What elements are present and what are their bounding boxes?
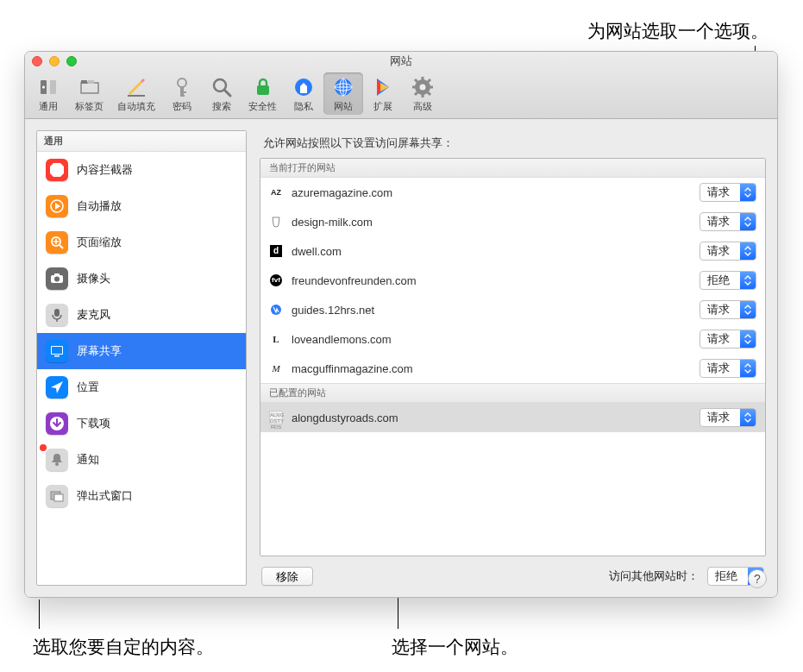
window-body: 通用 内容拦截器自动播放页面缩放摄像头麦克风屏幕共享位置下载项通知弹出式窗口 允… xyxy=(25,119,777,597)
sidebar-item-label: 弹出式窗口 xyxy=(77,488,133,504)
svg-line-29 xyxy=(415,92,417,95)
site-row[interactable]: ALNGDSTYRDSalongdustyroads.com请求 xyxy=(260,403,765,432)
help-button[interactable]: ? xyxy=(748,569,767,588)
favicon-icon: d xyxy=(269,244,283,258)
toolbar-security[interactable]: 安全性 xyxy=(242,72,284,115)
svg-line-26 xyxy=(415,79,417,82)
sidebar-item-popups[interactable]: 弹出式窗口 xyxy=(37,478,246,514)
site-row[interactable]: ddwell.com请求 xyxy=(260,236,765,266)
site-option-select[interactable]: 拒绝 xyxy=(699,271,756,290)
site-name: azuremagazine.com xyxy=(292,186,691,199)
sidebar-item-label: 页面缩放 xyxy=(77,235,122,250)
favicon-icon: AZ xyxy=(269,185,283,199)
toolbar-advanced[interactable]: 高级 xyxy=(403,72,442,115)
sidebar-item-label: 麦克风 xyxy=(77,307,110,323)
svg-rect-6 xyxy=(128,95,145,97)
toolbar-passwords[interactable]: 密码 xyxy=(162,72,202,115)
favicon-icon: ALNGDSTYRDS xyxy=(269,411,283,424)
site-name: design-milk.com xyxy=(292,216,691,229)
favicon-icon: M xyxy=(269,361,283,375)
svg-rect-39 xyxy=(54,309,60,317)
sidebar-item-label: 下载项 xyxy=(77,416,110,431)
svg-line-33 xyxy=(60,245,63,248)
window-title: 网站 xyxy=(25,53,777,69)
site-option-select[interactable]: 请求 xyxy=(699,330,756,349)
toolbar-label: 扩展 xyxy=(373,100,392,113)
sidebar-item-location[interactable]: 位置 xyxy=(37,369,246,405)
site-name: freundevonfreunden.com xyxy=(292,274,691,287)
site-name: dwell.com xyxy=(292,245,691,258)
site-option-select[interactable]: 请求 xyxy=(699,242,756,261)
sidebar-item-notifications[interactable]: 通知 xyxy=(37,442,246,478)
toolbar-label: 标签页 xyxy=(75,100,104,113)
websites-icon xyxy=(330,74,356,100)
main-panel: 允许网站按照以下设置访问屏幕共享： 当前打开的网站 AZazuremagazin… xyxy=(260,130,766,586)
svg-rect-13 xyxy=(257,85,269,95)
svg-rect-9 xyxy=(180,91,186,93)
passwords-icon xyxy=(169,74,195,100)
sidebar-item-camera[interactable]: 摄像头 xyxy=(37,261,246,297)
content-blockers-icon xyxy=(46,159,68,181)
sidebar-item-label: 通知 xyxy=(77,452,99,468)
toolbar: 通用标签页自动填充密码搜索安全性隐私网站扩展高级 xyxy=(25,71,777,119)
site-row[interactable]: AZazuremagazine.com请求 xyxy=(260,178,765,207)
callout-bottom-right: 选择一个网站。 xyxy=(392,635,518,659)
svg-rect-42 xyxy=(52,347,62,354)
site-option-select[interactable]: 请求 xyxy=(699,183,756,202)
site-name: alongdustyroads.com xyxy=(292,411,691,424)
toolbar-label: 安全性 xyxy=(248,100,277,113)
advanced-icon xyxy=(410,74,436,100)
callout-top: 为网站选取一个选项。 xyxy=(587,19,768,43)
site-row[interactable]: Lloveandlemons.com请求 xyxy=(260,324,765,354)
svg-line-28 xyxy=(428,79,430,82)
site-option-select[interactable]: 请求 xyxy=(699,212,756,231)
sidebar-item-downloads[interactable]: 下载项 xyxy=(37,405,246,442)
svg-point-45 xyxy=(55,462,59,466)
sidebar-item-autoplay[interactable]: 自动播放 xyxy=(37,188,246,224)
remove-button[interactable]: 移除 xyxy=(261,567,313,586)
svg-point-2 xyxy=(42,86,45,89)
toolbar-extensions[interactable]: 扩展 xyxy=(363,72,403,115)
toolbar-privacy[interactable]: 隐私 xyxy=(284,72,323,115)
toolbar-label: 通用 xyxy=(39,100,58,113)
site-option-select[interactable]: 请求 xyxy=(699,408,756,427)
favicon-icon xyxy=(269,215,283,229)
site-row[interactable]: guides.12hrs.net请求 xyxy=(260,295,765,324)
callout-line-bl xyxy=(39,600,40,629)
sidebar-item-screenshare[interactable]: 屏幕共享 xyxy=(37,333,246,369)
sidebar-item-content-blockers[interactable]: 内容拦截器 xyxy=(37,152,246,188)
chevron-updown-icon xyxy=(740,330,756,348)
site-option-select[interactable]: 请求 xyxy=(699,300,756,319)
sidebar-item-microphone[interactable]: 麦克风 xyxy=(37,297,246,333)
general-icon xyxy=(35,74,61,100)
site-row[interactable]: fvffreundevonfreunden.com拒绝 xyxy=(260,266,765,295)
open-sites-container: AZazuremagazine.com请求design-milk.com请求dd… xyxy=(260,178,765,383)
website-listbox: 当前打开的网站 AZazuremagazine.com请求design-milk… xyxy=(260,158,766,556)
toolbar-tabs[interactable]: 标签页 xyxy=(68,72,110,115)
toolbar-autofill[interactable]: 自动填充 xyxy=(110,72,162,115)
main-description: 允许网站按照以下设置访问屏幕共享： xyxy=(260,130,766,158)
security-icon xyxy=(250,74,276,100)
titlebar: 网站 xyxy=(25,52,777,71)
screenshare-icon xyxy=(46,340,68,362)
downloads-icon xyxy=(46,412,68,435)
favicon-icon: fvf xyxy=(269,273,283,287)
svg-rect-4 xyxy=(81,80,87,84)
sidebar-item-zoom[interactable]: 页面缩放 xyxy=(37,224,246,261)
site-option-select[interactable]: 请求 xyxy=(699,359,756,378)
toolbar-label: 密码 xyxy=(173,100,191,113)
site-row[interactable]: design-milk.com请求 xyxy=(260,207,765,236)
tabs-icon xyxy=(77,74,103,100)
chevron-updown-icon xyxy=(740,301,756,318)
toolbar-label: 隐私 xyxy=(294,100,313,113)
toolbar-label: 搜索 xyxy=(212,100,231,113)
popups-icon xyxy=(46,485,68,507)
microphone-icon xyxy=(46,304,68,326)
toolbar-websites[interactable]: 网站 xyxy=(323,72,363,115)
site-row[interactable]: Mmacguffinmagazine.com请求 xyxy=(260,354,765,383)
toolbar-general[interactable]: 通用 xyxy=(28,72,68,115)
toolbar-search[interactable]: 搜索 xyxy=(202,72,242,115)
chevron-updown-icon xyxy=(740,242,756,260)
svg-marker-30 xyxy=(50,163,64,177)
toolbar-label: 高级 xyxy=(413,100,432,113)
